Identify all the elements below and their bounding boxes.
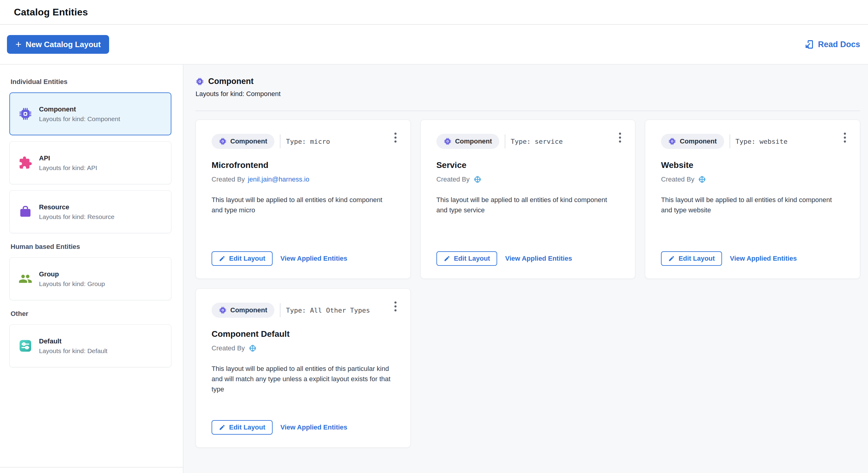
- card-footer: Edit Layout View Applied Entities: [661, 251, 844, 266]
- sidebar-item-title: API: [39, 154, 97, 162]
- sidebar-section-label: Human based Entities: [10, 243, 172, 251]
- edit-layout-button[interactable]: Edit Layout: [436, 251, 497, 266]
- edit-layout-label: Edit Layout: [229, 424, 266, 431]
- edit-layout-button[interactable]: Edit Layout: [212, 251, 273, 266]
- new-catalog-layout-button[interactable]: + New Catalog Layout: [7, 35, 109, 54]
- card-description: This layout will be applied to all entit…: [661, 195, 844, 215]
- read-docs-link[interactable]: Read Docs: [804, 39, 860, 49]
- edit-layout-label: Edit Layout: [229, 255, 266, 263]
- kebab-menu-button[interactable]: [617, 130, 623, 145]
- divider: [730, 134, 730, 148]
- created-by-user-link[interactable]: jenil.jain@harness.io: [248, 175, 309, 183]
- layout-cards-grid: Component Type: micro Microfrontend Crea…: [195, 120, 860, 448]
- card-description: This layout will be applied to all entit…: [212, 364, 395, 395]
- sidebar-section: Human based Entities Group Layouts for k…: [9, 243, 172, 300]
- kebab-menu-button[interactable]: [392, 299, 399, 314]
- page-title: Catalog Entities: [14, 7, 88, 18]
- kind-badge: Component: [212, 303, 274, 318]
- sidebar-section: Other Default Layouts for kind: Default: [9, 310, 172, 367]
- view-applied-entities-link[interactable]: View Applied Entities: [280, 424, 347, 431]
- group-icon: [19, 272, 32, 286]
- pencil-icon: [444, 255, 450, 262]
- type-label: Type:: [286, 307, 306, 314]
- type-label: Type:: [286, 138, 306, 145]
- sidebar-section-items: Default Layouts for kind: Default: [9, 325, 172, 367]
- created-by-label: Created By: [436, 175, 470, 183]
- divider: [195, 110, 860, 111]
- type-value: website: [760, 138, 787, 145]
- kind-badge-label: Component: [455, 137, 492, 145]
- card-description: This layout will be applied to all entit…: [436, 195, 620, 215]
- type-label: Type:: [511, 138, 531, 145]
- created-by-label: Created By: [212, 175, 245, 183]
- card-title: Website: [661, 160, 844, 170]
- created-by-row: Created By: [436, 174, 620, 184]
- kebab-menu-button[interactable]: [841, 130, 848, 145]
- sidebar-item-title: Default: [39, 337, 107, 345]
- new-catalog-layout-label: New Catalog Layout: [26, 40, 101, 49]
- sidebar-item-title: Resource: [39, 203, 115, 211]
- type-value: service: [535, 138, 563, 145]
- type-text: Type: All Other Types: [286, 307, 370, 314]
- kind-badge: Component: [436, 134, 499, 149]
- briefcase-icon: [19, 205, 32, 219]
- card-top-row: Component Type: All Other Types: [212, 303, 395, 318]
- main-heading-row: Component: [195, 77, 860, 86]
- edit-layout-label: Edit Layout: [454, 255, 490, 263]
- sidebar-item-title: Component: [39, 105, 120, 113]
- kebab-menu-button[interactable]: [392, 130, 399, 145]
- harness-logo-icon: [697, 175, 707, 184]
- sliders-icon: [19, 339, 32, 353]
- card-title: Service: [436, 160, 620, 170]
- card-title: Component Default: [212, 329, 395, 339]
- sidebar-section-label: Other: [10, 310, 172, 318]
- main-subheading: Layouts for kind: Component: [195, 90, 860, 98]
- view-applied-entities-link[interactable]: View Applied Entities: [505, 255, 572, 263]
- kind-badge-label: Component: [230, 137, 267, 145]
- sidebar-item-subtitle: Layouts for kind: Component: [39, 115, 120, 123]
- layout-card: Component Type: All Other Types Componen…: [195, 289, 411, 448]
- harness-logo-icon: [248, 343, 257, 353]
- divider: [280, 134, 280, 148]
- sidebar-item-component[interactable]: Component Layouts for kind: Component: [9, 93, 172, 135]
- chip-icon: [219, 306, 227, 314]
- view-applied-entities-link[interactable]: View Applied Entities: [730, 255, 797, 263]
- sidebar-item-default[interactable]: Default Layouts for kind: Default: [9, 325, 172, 367]
- sidebar-item-subtitle: Layouts for kind: Group: [39, 280, 105, 288]
- created-by-row: Created By: [661, 174, 844, 184]
- view-applied-entities-link[interactable]: View Applied Entities: [280, 255, 347, 263]
- card-title: Microfrontend: [212, 160, 395, 170]
- kind-badge-label: Component: [680, 137, 717, 145]
- type-value: micro: [310, 138, 330, 145]
- type-text: Type: website: [736, 138, 787, 145]
- main-panel: Component Layouts for kind: Component Co…: [183, 65, 868, 473]
- card-footer: Edit Layout View Applied Entities: [212, 251, 395, 266]
- main-heading: Component: [208, 77, 254, 86]
- layout-card: Component Type: micro Microfrontend Crea…: [195, 120, 411, 279]
- type-text: Type: service: [511, 138, 563, 145]
- pencil-icon: [219, 424, 225, 431]
- entity-kind-sidebar: Individual Entities Component Layouts fo…: [0, 65, 183, 473]
- kind-badge-label: Component: [230, 306, 267, 314]
- sidebar-item-api[interactable]: API Layouts for kind: API: [9, 141, 172, 184]
- kind-badge: Component: [661, 134, 724, 149]
- edit-layout-button[interactable]: Edit Layout: [661, 251, 722, 266]
- edit-layout-button[interactable]: Edit Layout: [212, 420, 273, 435]
- harness-logo-icon: [473, 175, 483, 184]
- doc-arrow-icon: [804, 39, 814, 49]
- card-description: This layout will be applied to all entit…: [212, 195, 395, 215]
- pencil-icon: [219, 255, 225, 262]
- sidebar-item-subtitle: Layouts for kind: API: [39, 164, 97, 172]
- layout-card: Component Type: website Website Created …: [645, 120, 860, 279]
- sidebar-item-group[interactable]: Group Layouts for kind: Group: [9, 257, 172, 300]
- sidebar-item-subtitle: Layouts for kind: Resource: [39, 213, 115, 221]
- created-by-row: Created By jenil.jain@harness.io: [212, 174, 395, 184]
- sidebar-item-text: Component Layouts for kind: Component: [39, 105, 120, 123]
- sidebar-item-resource[interactable]: Resource Layouts for kind: Resource: [9, 190, 172, 233]
- sidebar-section-items: Component Layouts for kind: Component AP…: [9, 93, 172, 233]
- card-top-row: Component Type: micro: [212, 134, 395, 149]
- toolbar: + New Catalog Layout Read Docs: [0, 25, 868, 65]
- card-top-row: Component Type: service: [436, 134, 620, 149]
- catalog-entities-page: Catalog Entities + New Catalog Layout Re…: [0, 0, 868, 473]
- chip-icon: [195, 77, 204, 86]
